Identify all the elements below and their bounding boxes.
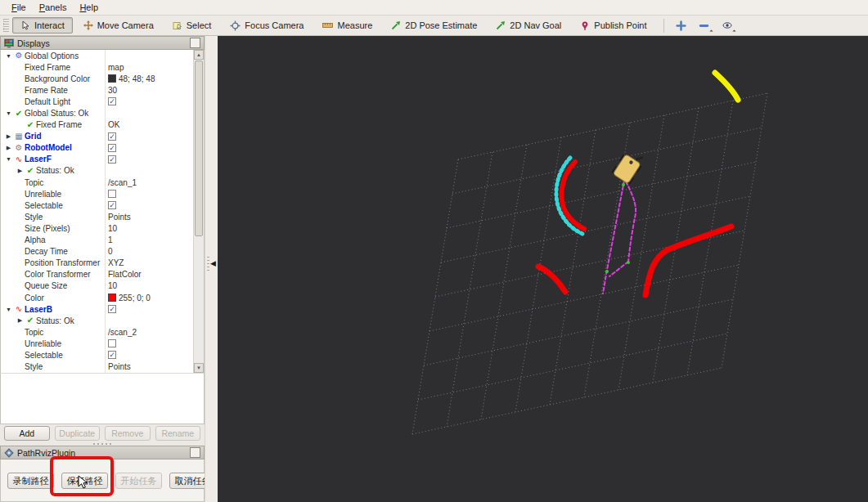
property-value[interactable]: 10	[108, 224, 117, 233]
tool-label: Focus Camera	[245, 20, 304, 30]
expander-icon[interactable]: ▼	[4, 53, 13, 59]
tree-row-laserb[interactable]: ▼∿LaserB✓	[1, 303, 204, 315]
tree-row-background-color[interactable]: Background Color48; 48; 48	[1, 73, 204, 84]
property-value[interactable]: 30	[108, 86, 117, 95]
record-path-button[interactable]: 录制路径	[7, 473, 54, 489]
tree-row-global-options[interactable]: ▼⚙Global Options	[1, 50, 204, 61]
collapse-left-icon[interactable]: ◀	[210, 260, 216, 267]
tree-row-fixed-frame[interactable]: Fixed Framemap	[1, 61, 204, 73]
tree-row-position-transformer[interactable]: Position TransformerXYZ	[1, 258, 204, 269]
property-value[interactable]: 0	[108, 247, 113, 256]
expander-icon[interactable]: ▼	[4, 307, 13, 312]
tree-row-selectable[interactable]: Selectable✓	[1, 199, 204, 211]
tree-row-queue-size[interactable]: Queue Size10	[1, 280, 204, 292]
tree-row-default-light[interactable]: Default Light✓	[1, 96, 204, 107]
tool-select[interactable]: Select	[164, 17, 220, 34]
tool-move-camera[interactable]: Move Camera	[75, 17, 162, 34]
rename-display-button[interactable]: Rename	[155, 426, 201, 441]
property-value[interactable]: 1	[108, 235, 113, 244]
scroll-up-icon[interactable]: ▲	[194, 50, 204, 60]
color-swatch[interactable]	[108, 294, 116, 302]
tool-label: Select	[187, 20, 212, 30]
tree-row-grid[interactable]: ▶▦Grid✓	[1, 131, 204, 142]
expander-icon[interactable]: ▶	[16, 317, 25, 324]
checkbox[interactable]: ✓	[108, 132, 116, 141]
checkbox[interactable]: ✓	[108, 201, 116, 209]
menu-item-help[interactable]: Help	[73, 2, 105, 13]
tool-interact[interactable]: Interact	[12, 17, 73, 34]
expander-icon[interactable]: ▶	[4, 145, 13, 151]
tree-row-topic[interactable]: Topic/scan_1	[1, 177, 204, 188]
property-value[interactable]: /scan_1	[108, 178, 137, 187]
tree-row-color-transformer[interactable]: Color TransformerFlatColor	[1, 269, 204, 280]
toolbar-drag-handle[interactable]	[3, 19, 9, 32]
checkbox[interactable]: ✓	[108, 351, 116, 359]
tree-row-unreliable[interactable]: Unreliable	[1, 338, 204, 349]
tree-row-status-ok[interactable]: ▶✔Status: Ok	[1, 315, 204, 326]
start-task-button[interactable]: 开始任务	[115, 473, 162, 489]
render-view-3d[interactable]	[218, 36, 868, 502]
save-path-button[interactable]: 保存路径	[61, 473, 108, 489]
checkbox[interactable]: ✓	[108, 144, 116, 152]
panel-collapse-splitter[interactable]: ◀	[205, 36, 218, 502]
property-value[interactable]: 10	[108, 281, 117, 290]
color-swatch[interactable]	[108, 74, 116, 83]
tree-row-status-ok[interactable]: ▶✔Status: Ok	[1, 165, 204, 177]
displays-icon	[4, 38, 14, 48]
checkbox[interactable]	[108, 339, 116, 347]
expander-icon[interactable]: ▶	[16, 168, 25, 174]
panel-float-button[interactable]	[190, 38, 200, 48]
tree-row-alpha[interactable]: Alpha1	[1, 235, 204, 246]
tree-row-style[interactable]: StylePoints	[1, 211, 204, 222]
duplicate-display-button[interactable]: Duplicate	[55, 426, 101, 441]
remove-display-button[interactable]: Remove	[105, 426, 151, 441]
robot-model[interactable]	[611, 147, 646, 185]
property-value[interactable]: FlatColor	[108, 270, 142, 279]
tool-measure[interactable]: Measure	[314, 17, 380, 34]
tool-2d-nav-goal[interactable]: 2D Nav Goal	[488, 17, 569, 34]
tool-focus-camera[interactable]: Focus Camera	[222, 17, 312, 34]
tree-row-unreliable[interactable]: Unreliable	[1, 188, 204, 199]
scroll-down-icon[interactable]: ▼	[194, 363, 204, 373]
property-value[interactable]: XYZ	[108, 258, 124, 267]
scrollbar-thumb[interactable]	[195, 61, 203, 236]
tree-row-global-status-ok[interactable]: ▼✔Global Status: Ok	[1, 107, 204, 119]
tree-row-decay-time[interactable]: Decay Time0	[1, 246, 204, 258]
tool-properties-button[interactable]	[717, 17, 737, 34]
expander-icon[interactable]: ▶	[4, 133, 13, 140]
tool-2d-pose-estimate[interactable]: 2D Pose Estimate	[383, 17, 485, 34]
tree-row-selectable[interactable]: Selectable✓	[1, 349, 204, 361]
menu-item-panels[interactable]: Panels	[33, 2, 74, 13]
tree-row-topic[interactable]: Topic/scan_2	[1, 326, 204, 338]
path-plugin-panel-header[interactable]: PathRvizPlugin	[0, 446, 205, 459]
tree-row-style[interactable]: StylePoints	[1, 361, 204, 373]
displays-panel-header[interactable]: Displays	[0, 36, 205, 50]
checkbox[interactable]: ✓	[108, 305, 116, 313]
remove-tool-button[interactable]	[695, 17, 714, 34]
expander-icon[interactable]: ▼	[4, 110, 13, 116]
tool-publish-point[interactable]: Publish Point	[572, 17, 654, 34]
checkbox[interactable]: ✓	[108, 155, 116, 164]
add-display-button[interactable]: Add	[4, 426, 50, 441]
tree-scrollbar[interactable]: ▲ ▼	[193, 50, 204, 373]
add-tool-button[interactable]	[672, 17, 691, 34]
tree-row-color[interactable]: Color255; 0; 0	[1, 292, 204, 303]
tree-row-robotmodel[interactable]: ▶⚙RobotModel✓	[1, 142, 204, 154]
expander-icon[interactable]: ▼	[4, 156, 13, 162]
panel-float-button[interactable]	[190, 447, 200, 458]
property-value[interactable]: /scan_2	[108, 328, 137, 337]
menu-item-file[interactable]: File	[5, 2, 33, 13]
tree-row-frame-rate[interactable]: Frame Rate30	[1, 84, 204, 96]
property-value[interactable]: 48; 48; 48	[119, 74, 155, 83]
property-value[interactable]: Points	[108, 362, 131, 371]
property-label: Global Status: Ok	[25, 109, 88, 118]
tree-row-fixed-frame[interactable]: ✔Fixed FrameOK	[1, 119, 204, 131]
property-value[interactable]: 255; 0; 0	[119, 294, 151, 303]
checkbox[interactable]	[108, 190, 116, 198]
tree-row-size-pixels-[interactable]: Size (Pixels)10	[1, 222, 204, 234]
property-value[interactable]: Points	[108, 213, 131, 222]
property-value[interactable]: OK	[108, 120, 119, 129]
tree-row-laserf[interactable]: ▼∿LaserF✓	[1, 154, 204, 165]
checkbox[interactable]: ✓	[108, 97, 116, 105]
property-value[interactable]: map	[108, 63, 124, 72]
